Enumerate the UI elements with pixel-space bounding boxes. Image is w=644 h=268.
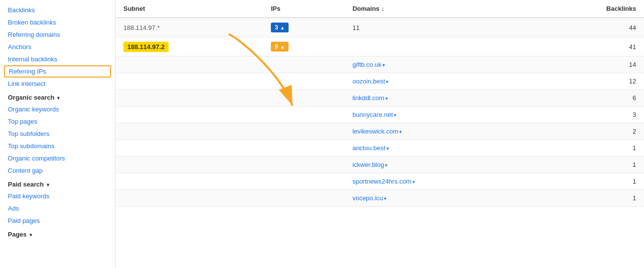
backlinks-value: 1: [534, 190, 644, 207]
table-row: levikeswick.com▾ 2: [116, 123, 644, 140]
domain-spacer: [116, 107, 345, 123]
domain-dropdown-icon[interactable]: ▾: [385, 96, 388, 101]
backlinks-value-41: 41: [534, 37, 644, 56]
backlinks-value: 12: [534, 73, 644, 90]
ips-badge-blue[interactable]: 3 ▲: [271, 23, 289, 32]
sidebar: Backlinks Broken backlinks Referring dom…: [0, 0, 116, 268]
backlinks-value: 44: [534, 18, 644, 37]
backlinks-value: 1: [534, 140, 644, 157]
organic-search-arrow: ▾: [57, 95, 59, 101]
domain-dropdown-icon[interactable]: ▾: [384, 196, 386, 201]
table-row: 188.114.97.* 3 ▲ 11 44: [116, 18, 644, 37]
sidebar-item-top-pages[interactable]: Top pages: [0, 115, 115, 128]
up-arrow-icon-orange: ▲: [280, 44, 285, 50]
sidebar-item-top-subdomains[interactable]: Top subdomains: [0, 140, 115, 152]
domain-dropdown-icon[interactable]: ▾: [386, 79, 388, 84]
table-row: bunnycare.net▾ 3: [116, 107, 644, 123]
domain-cell: anctou.best▾: [345, 140, 534, 157]
domain-cell: bunnycare.net▾: [345, 107, 534, 123]
domain-spacer: [116, 157, 345, 173]
backlinks-value: 6: [534, 90, 644, 107]
table-row: linkddl.com▾ 6: [116, 90, 644, 107]
ip-highlight-cell: 188.114.97.2: [116, 37, 263, 56]
backlinks-value: 2: [534, 123, 644, 140]
table-row: oozoin.best▾ 12: [116, 73, 644, 90]
domain-link[interactable]: vocepo.icu: [352, 194, 383, 202]
domain-dropdown-icon[interactable]: ▾: [382, 62, 385, 68]
sidebar-item-organic-keywords[interactable]: Organic keywords: [0, 103, 115, 115]
backlinks-value: 14: [534, 56, 644, 73]
sidebar-item-backlinks[interactable]: Backlinks: [0, 4, 115, 16]
col-header-domains: Domains ↓: [345, 0, 534, 18]
domain-dropdown-icon[interactable]: ▾: [385, 162, 387, 168]
sidebar-item-anchors[interactable]: Anchors: [0, 41, 115, 53]
col-header-ips: IPs: [263, 0, 345, 18]
table-row: vocepo.icu▾ 1: [116, 190, 644, 207]
ips-badge-orange[interactable]: 9 ▲: [271, 42, 289, 52]
subnet-value: 188.114.97.*: [116, 18, 263, 37]
table-row: anctou.best▾ 1: [116, 140, 644, 157]
table-row: sportnews24hrs.com▾ 1: [116, 173, 644, 190]
domain-link[interactable]: ickwer.blog: [352, 161, 384, 168]
domain-dropdown-icon[interactable]: ▾: [412, 179, 415, 185]
domain-cell: sportnews24hrs.com▾: [345, 173, 534, 190]
pages-arrow: ▾: [29, 232, 32, 238]
domain-spacer: [116, 123, 345, 140]
domain-link[interactable]: bunnycare.net: [352, 111, 393, 118]
sidebar-item-organic-competitors[interactable]: Organic competitors: [0, 152, 115, 164]
main-content: Subnet IPs Domains ↓ Backlinks 188.114.9…: [116, 0, 644, 268]
domain-cell: levikeswick.com▾: [345, 123, 534, 140]
sidebar-section-organic-search[interactable]: Organic search ▾: [0, 90, 115, 103]
domain-dropdown-icon[interactable]: ▾: [394, 112, 396, 118]
sidebar-item-referring-ips[interactable]: Referring IPs: [4, 65, 111, 78]
sidebar-item-link-intersect[interactable]: Link intersect: [0, 78, 115, 90]
domain-spacer: [116, 73, 345, 90]
sidebar-item-referring-domains[interactable]: Referring domains: [0, 28, 115, 41]
domain-link[interactable]: sportnews24hrs.com: [352, 178, 411, 185]
up-arrow-icon: ▲: [280, 25, 285, 30]
domain-link[interactable]: linkddl.com: [352, 94, 384, 102]
sidebar-item-content-gap[interactable]: Content gap: [0, 164, 115, 177]
domains-empty: [345, 37, 534, 56]
backlinks-value: 1: [534, 157, 644, 173]
domain-cell: ickwer.blog▾: [345, 157, 534, 173]
domain-spacer: [116, 140, 345, 157]
ips-badge-cell: 3 ▲: [263, 18, 345, 37]
domain-link[interactable]: oozoin.best: [352, 78, 385, 85]
ip-highlight-badge: 188.114.97.2: [123, 42, 169, 52]
domain-spacer: [116, 173, 345, 190]
col-header-backlinks: Backlinks: [534, 0, 644, 18]
domain-link[interactable]: anctou.best: [352, 144, 385, 152]
col-header-subnet: Subnet: [116, 0, 263, 18]
sidebar-section-paid-search[interactable]: Paid search ▾: [0, 177, 115, 190]
domain-link[interactable]: giftb.co.uk: [352, 61, 381, 68]
sidebar-item-internal-backlinks[interactable]: Internal backlinks: [0, 53, 115, 65]
domain-cell: oozoin.best▾: [345, 73, 534, 90]
backlinks-value: 1: [534, 173, 644, 190]
domains-value: 11: [345, 18, 534, 37]
domain-spacer: [116, 56, 345, 73]
sidebar-item-broken-backlinks[interactable]: Broken backlinks: [0, 16, 115, 28]
sidebar-item-paid-keywords[interactable]: Paid keywords: [0, 190, 115, 202]
sidebar-item-paid-pages[interactable]: Paid pages: [0, 214, 115, 227]
table-row: ickwer.blog▾ 1: [116, 157, 644, 173]
sidebar-section-pages[interactable]: Pages ▾: [0, 227, 115, 240]
domain-spacer: [116, 90, 345, 107]
sidebar-item-ads[interactable]: Ads: [0, 202, 115, 214]
ips-badge-orange-cell: 9 ▲: [263, 37, 345, 56]
table-row: giftb.co.uk▾ 14: [116, 56, 644, 73]
domain-dropdown-icon[interactable]: ▾: [386, 146, 389, 151]
backlinks-value: 3: [534, 107, 644, 123]
table-row: 188.114.97.2 9 ▲ 41: [116, 37, 644, 56]
domain-cell: linkddl.com▾: [345, 90, 534, 107]
domain-dropdown-icon[interactable]: ▾: [399, 129, 402, 134]
domain-link[interactable]: levikeswick.com: [352, 128, 398, 135]
referring-ips-table: Subnet IPs Domains ↓ Backlinks 188.114.9…: [116, 0, 644, 207]
sidebar-item-top-subfolders[interactable]: Top subfolders: [0, 128, 115, 140]
domain-cell: vocepo.icu▾: [345, 190, 534, 207]
domain-cell: giftb.co.uk▾: [345, 56, 534, 73]
paid-search-arrow: ▾: [47, 182, 49, 188]
domain-spacer: [116, 190, 345, 207]
